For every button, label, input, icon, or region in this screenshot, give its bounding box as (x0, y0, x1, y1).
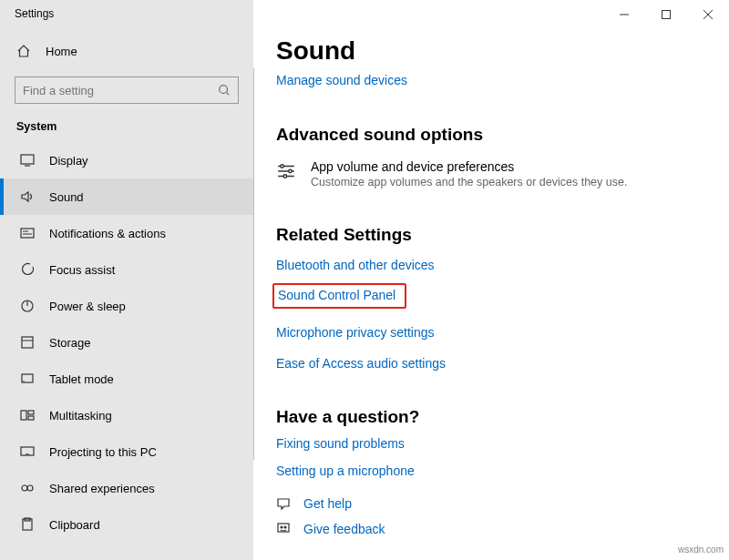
svg-point-18 (283, 175, 287, 178)
feedback-icon (276, 522, 293, 536)
svg-rect-1 (21, 155, 34, 164)
app-volume-item[interactable]: App volume and device preferences Custom… (276, 159, 729, 188)
svg-point-21 (284, 526, 286, 528)
svg-point-17 (289, 169, 293, 173)
svg-point-11 (22, 485, 27, 491)
maximize-button[interactable] (645, 0, 687, 29)
nav-home[interactable]: Home (0, 35, 253, 67)
shared-experiences-icon (20, 481, 36, 495)
page-title: Sound (276, 36, 729, 66)
tablet-mode-icon (20, 372, 36, 386)
mic-setup-link[interactable]: Setting up a microphone (276, 463, 729, 478)
sliders-icon (276, 161, 300, 188)
bluetooth-link[interactable]: Bluetooth and other devices (276, 258, 729, 272)
attribution: wsxdn.com (678, 545, 724, 555)
nav-item-label: Tablet mode (49, 372, 114, 386)
svg-rect-15 (662, 11, 671, 19)
nav-item-label: Clipboard (49, 518, 100, 532)
clipboard-icon (20, 517, 36, 532)
svg-rect-2 (21, 229, 34, 238)
window-title: Settings (0, 0, 253, 25)
focus-assist-icon (20, 262, 36, 277)
fixing-sound-link[interactable]: Fixing sound problems (276, 436, 729, 451)
minimize-button[interactable] (603, 0, 645, 29)
advanced-heading: Advanced sound options (276, 125, 729, 145)
question-heading: Have a question? (276, 407, 729, 427)
nav-item-multitasking[interactable]: Multitasking (0, 397, 253, 433)
nav-item-label: Storage (49, 336, 91, 350)
nav-item-notifications-actions[interactable]: Notifications & actions (0, 215, 253, 251)
ease-access-audio-link[interactable]: Ease of Access audio settings (276, 356, 729, 371)
svg-rect-8 (28, 411, 34, 414)
notifications-icon (20, 226, 36, 240)
nav-item-label: Multitasking (49, 409, 112, 423)
sidebar: Settings Home System DisplaySoundNotific… (0, 0, 253, 560)
section-header: System (0, 120, 253, 142)
search-box[interactable] (15, 76, 239, 104)
svg-point-20 (281, 526, 282, 528)
highlight-annotation: Sound Control Panel (272, 283, 406, 309)
sound-icon (20, 189, 36, 204)
window-controls (603, 0, 729, 29)
app-volume-title: App volume and device preferences (311, 159, 627, 174)
storage-icon (20, 335, 36, 350)
nav-item-tablet-mode[interactable]: Tablet mode (0, 361, 253, 397)
give-feedback-link[interactable]: Give feedback (303, 522, 385, 536)
scrollbar-track[interactable] (253, 68, 254, 460)
nav-item-clipboard[interactable]: Clipboard (0, 506, 253, 543)
multitasking-icon (20, 408, 36, 423)
nav-item-label: Sound (49, 190, 84, 204)
nav-item-shared-experiences[interactable]: Shared experiences (0, 470, 253, 506)
nav-item-storage[interactable]: Storage (0, 324, 253, 361)
feedback-row[interactable]: Give feedback (276, 522, 729, 536)
manage-devices-link[interactable]: Manage sound devices (276, 73, 407, 87)
nav-item-label: Notifications & actions (49, 227, 166, 240)
svg-point-16 (281, 165, 284, 168)
display-icon (20, 153, 36, 168)
nav-item-label: Projecting to this PC (49, 445, 157, 459)
sound-control-panel-link[interactable]: Sound Control Panel (278, 288, 395, 302)
nav-item-projecting-to-this-pc[interactable]: Projecting to this PC (0, 433, 253, 470)
nav-item-display[interactable]: Display (0, 142, 253, 178)
nav-item-label: Shared experiences (49, 482, 155, 495)
get-help-link[interactable]: Get help (303, 496, 352, 511)
projecting-icon (20, 444, 36, 459)
power-sleep-icon (20, 299, 36, 313)
content-pane: Sound Manage sound devices Advanced soun… (253, 0, 729, 560)
nav-home-label: Home (46, 45, 77, 58)
svg-point-0 (220, 86, 228, 94)
svg-rect-4 (22, 337, 33, 348)
svg-rect-9 (28, 416, 34, 420)
search-icon (218, 84, 231, 97)
nav-item-label: Focus assist (49, 263, 115, 277)
nav-item-label: Power & sleep (49, 300, 126, 313)
nav-item-sound[interactable]: Sound (0, 178, 253, 215)
svg-rect-7 (21, 411, 26, 420)
app-volume-desc: Customize app volumes and the speakers o… (311, 176, 627, 188)
home-icon (16, 44, 33, 58)
get-help-row[interactable]: Get help (276, 496, 729, 511)
nav-item-label: Display (49, 154, 88, 168)
svg-point-12 (27, 485, 33, 491)
related-heading: Related Settings (276, 225, 729, 245)
close-button[interactable] (687, 0, 729, 29)
nav-item-focus-assist[interactable]: Focus assist (0, 251, 253, 288)
chat-icon (276, 496, 293, 511)
svg-point-6 (23, 381, 25, 382)
mic-privacy-link[interactable]: Microphone privacy settings (276, 325, 729, 340)
search-input[interactable] (23, 84, 218, 97)
nav-item-power-sleep[interactable]: Power & sleep (0, 288, 253, 324)
